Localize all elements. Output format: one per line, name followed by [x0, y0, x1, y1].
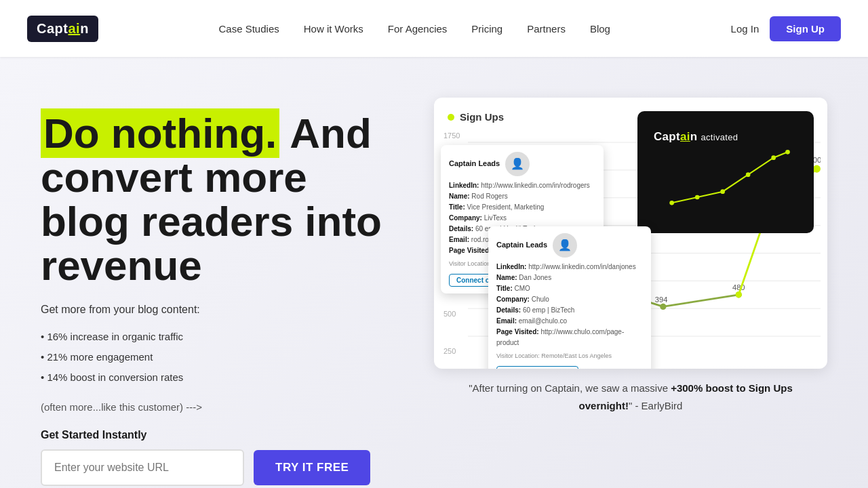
right-column: Sign Ups 1750 1500 1000 750 500 250 — [434, 98, 827, 414]
connect-btn-2[interactable]: Connect on LinkedIn — [496, 366, 578, 369]
lead-avatar-2: 👤 — [553, 233, 577, 258]
nav-pricing[interactable]: Pricing — [471, 23, 502, 35]
testimonial-quote-end: " - EarlyBird — [629, 400, 683, 411]
main-headline: Do nothing. And convert more blog reader… — [41, 111, 393, 287]
lead-2-name: Name: Dan Jones — [496, 272, 643, 283]
svg-point-26 — [746, 172, 751, 177]
activated-card: Captain activated — [637, 111, 814, 233]
logo-box: Captain — [27, 16, 98, 42]
activated-logo: Captain activated — [654, 130, 797, 144]
header: Captain Case Studies How it Works For Ag… — [0, 0, 868, 57]
svg-point-19 — [813, 165, 821, 173]
lead-1-name: Name: Rod Rogers — [449, 191, 595, 202]
svg-point-25 — [720, 189, 725, 194]
header-actions: Log In Sign Up — [731, 16, 841, 41]
y-label-500: 500 — [443, 310, 460, 318]
dark-chart-svg — [654, 146, 803, 214]
bullet-list: • 16% increase in organic traffic • 21% … — [41, 327, 393, 388]
testimonial: "After turning on Captain, we saw a mass… — [441, 380, 821, 414]
lead-card-1-header: Captain Leads 👤 — [449, 152, 595, 176]
hero-subtext: Get more from your blog content: — [41, 301, 393, 319]
svg-point-27 — [771, 155, 776, 160]
get-started-label: Get Started Instantly — [41, 429, 393, 441]
bullet-1: • 16% increase in organic traffic — [41, 327, 393, 347]
lead-2-location: Visitor Location: Remote/East Los Angele… — [496, 351, 643, 361]
bullet-2: • 21% more engagement — [41, 347, 393, 367]
svg-point-10 — [660, 304, 666, 310]
testimonial-quote-start: "After turning on Captain, we saw a mass… — [469, 382, 671, 394]
bullet-3: • 14% boost in conversion rates — [41, 367, 393, 388]
chart-dot — [448, 114, 454, 121]
lead-1-company: Company: LivTexs — [449, 213, 595, 224]
lead-1-linkedin: LinkedIn: http://www.linkedin.com/in/rod… — [449, 180, 595, 191]
nav-blog[interactable]: Blog — [590, 23, 610, 35]
lead-card-1-title: Captain Leads — [449, 158, 500, 170]
signup-button[interactable]: Sign Up — [770, 16, 841, 41]
main-nav: Case Studies How it Works For Agencies P… — [219, 23, 610, 35]
svg-point-28 — [785, 150, 790, 155]
y-label-250: 250 — [443, 347, 460, 355]
cta-form: TRY IT FREE — [41, 449, 393, 486]
logo[interactable]: Captain — [27, 16, 98, 42]
lead-2-title: Title: CMO — [496, 283, 643, 294]
nav-partners[interactable]: Partners — [527, 23, 566, 35]
svg-point-24 — [695, 195, 700, 200]
nav-how-it-works[interactable]: How it Works — [304, 23, 363, 35]
svg-point-23 — [669, 201, 674, 205]
chart-container: Sign Ups 1750 1500 1000 750 500 250 — [434, 98, 827, 369]
headline-highlight: Do nothing. — [41, 108, 279, 158]
try-free-button[interactable]: TRY IT FREE — [254, 450, 370, 485]
lead-avatar-1: 👤 — [505, 152, 530, 176]
lead-2-email: Email: email@chulo.co — [496, 316, 643, 327]
lead-card-2-header: Captain Leads 👤 — [496, 233, 643, 258]
lead-2-page: Page Visited: http://www.chulo.com/page-… — [496, 327, 643, 348]
cta-note: (often more...like this customer) ---> — [41, 401, 393, 413]
nav-for-agencies[interactable]: For Agencies — [388, 23, 448, 35]
nav-case-studies[interactable]: Case Studies — [219, 23, 279, 35]
lead-card-2-title: Captain Leads — [496, 239, 547, 251]
chart-title: Sign Ups — [460, 111, 504, 123]
y-label-1750: 1750 — [443, 131, 460, 140]
lead-card-2: Captain Leads 👤 LinkedIn: http://www.lin… — [488, 226, 651, 369]
url-input[interactable] — [41, 449, 244, 486]
main-content: Do nothing. And convert more blog reader… — [0, 57, 868, 488]
lead-1-title: Title: Vice President, Marketing — [449, 202, 595, 213]
lead-2-details: Details: 60 emp | BizTech — [496, 305, 643, 316]
lead-2-company: Company: Chulo — [496, 294, 643, 305]
svg-point-16 — [736, 291, 742, 298]
activated-text: activated — [701, 132, 738, 142]
left-column: Do nothing. And convert more blog reader… — [41, 98, 393, 486]
login-button[interactable]: Log In — [731, 23, 760, 35]
lead-2-linkedin: LinkedIn: http://www.linkedin.com/in/dan… — [496, 262, 643, 272]
svg-text:394: 394 — [655, 296, 668, 304]
